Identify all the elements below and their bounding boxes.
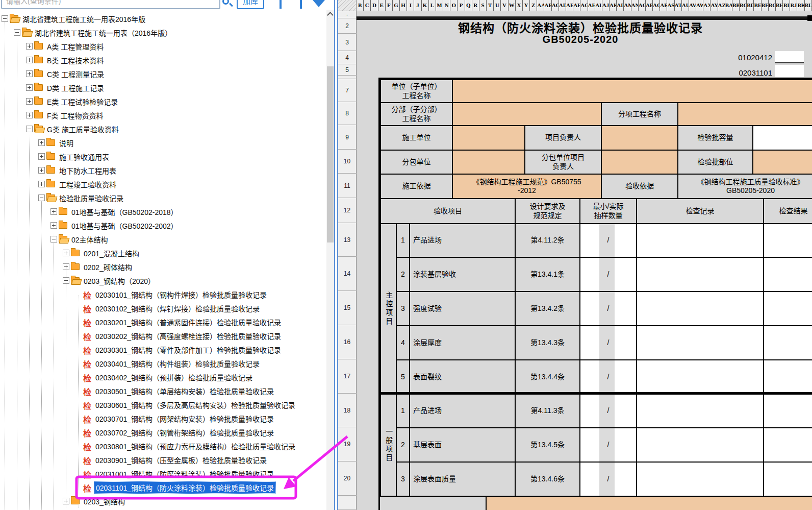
tree-item[interactable]: 湖北省建筑工程施工统一用表2016年版 [0, 12, 326, 26]
label-batch-location[interactable]: 检验批部位 [677, 150, 752, 174]
collapse-icon[interactable] [26, 126, 33, 132]
column-header[interactable]: BK [797, 0, 804, 11]
column-header[interactable]: AT [675, 0, 682, 11]
row-header[interactable]: 10 [338, 150, 357, 174]
item-record-cell[interactable] [636, 257, 763, 291]
expand-icon[interactable] [63, 263, 69, 270]
item-result-cell[interactable] [763, 427, 812, 462]
item-record-cell[interactable] [636, 394, 763, 427]
item-spec-cell[interactable]: 第13.4.6条 [515, 462, 579, 496]
tree-item[interactable]: E类 工程试验检验记录 [0, 94, 326, 108]
cell-project-manager-value[interactable] [601, 125, 677, 150]
column-header[interactable]: BL [805, 0, 812, 11]
next-section-value-cell[interactable] [486, 496, 812, 510]
tree-item[interactable]: 检02030501_钢结构（单层结构安装）检验批质量验收记录 [0, 384, 326, 398]
column-header[interactable]: K [422, 0, 429, 11]
item-sampling-cell[interactable]: / [579, 394, 636, 427]
column-header[interactable]: J [414, 0, 421, 11]
column-header[interactable]: Z [530, 0, 537, 11]
item-name-cell[interactable]: 涂装基层验收 [409, 257, 515, 291]
column-header[interactable]: Y [523, 0, 530, 11]
expand-icon[interactable] [26, 84, 33, 91]
item-name-cell[interactable]: 基层表面 [409, 427, 515, 462]
expand-icon[interactable] [38, 153, 45, 160]
item-name-cell[interactable]: 表面裂纹 [409, 359, 515, 394]
header-sampling-qty[interactable]: 最小/实际 抽样数量 [579, 198, 636, 223]
column-header[interactable]: BA [725, 0, 732, 11]
item-seq-cell[interactable]: 4 [396, 325, 409, 359]
column-header[interactable]: AI [595, 0, 602, 11]
expand-icon[interactable] [50, 222, 57, 229]
row-header[interactable]: 16 [338, 325, 357, 359]
row-header[interactable] [338, 496, 357, 510]
label-subitem-project[interactable]: 分项工程名称 [601, 102, 677, 125]
column-header[interactable]: AG [580, 0, 588, 11]
item-spec-cell[interactable]: 第4.11.3条 [515, 394, 579, 427]
column-header[interactable]: BH [776, 0, 783, 11]
collapse-icon[interactable] [50, 236, 57, 242]
tree-item[interactable]: 检02030402_钢结构（预拼装）检验批质量验收记录 [0, 370, 326, 384]
tree-item[interactable]: G类 施工质量验收资料 [0, 122, 326, 136]
cell-construction-unit-value[interactable] [452, 125, 524, 150]
tree-item[interactable]: 地下防水工程用表 [0, 163, 326, 177]
item-name-cell[interactable]: 产品进场 [409, 223, 515, 257]
expand-icon[interactable] [38, 139, 45, 146]
header-check-result[interactable]: 检查结果 [763, 198, 812, 223]
tree-item[interactable]: 检02030201_钢结构（普通紧固件连接）检验批质量验收记录 [0, 315, 326, 329]
header-acceptance-item[interactable]: 验收项目 [380, 198, 515, 223]
move-up-icon[interactable] [300, 0, 302, 9]
cell-unit-project-value[interactable] [452, 79, 812, 102]
item-sampling-cell[interactable]: / [579, 223, 636, 257]
collapse-icon[interactable] [14, 29, 20, 36]
column-header[interactable]: I [407, 0, 414, 11]
label-construction-basis[interactable]: 施工依据 [380, 174, 452, 198]
column-header[interactable]: AA [537, 0, 544, 11]
column-header[interactable]: BB [732, 0, 740, 11]
column-header[interactable]: BI [783, 0, 790, 11]
item-name-cell[interactable]: 产品进场 [409, 394, 515, 427]
column-header[interactable]: Q [465, 0, 472, 11]
tree-item[interactable]: 说明 [0, 136, 326, 150]
row-header[interactable]: 5 [338, 64, 357, 76]
column-header[interactable]: T [487, 0, 494, 11]
expand-icon[interactable] [26, 43, 33, 50]
label-unit-project[interactable]: 单位（子单位） 工程名称 [380, 79, 452, 102]
header-check-record[interactable]: 检查记录 [636, 198, 763, 223]
column-header[interactable]: C [364, 0, 371, 11]
item-result-cell[interactable] [763, 257, 812, 291]
tree-item[interactable]: 检02031001_钢结构（防腐涂料涂装）检验批质量验收记录 [0, 467, 326, 480]
panel-splitter[interactable] [334, 0, 338, 510]
tree-item[interactable]: 检02030301_钢结构（零件及部件加工）检验批质量验收记录 [0, 343, 326, 356]
tree-item[interactable]: 01地基与基础（GB50202-2002） [0, 218, 326, 232]
label-division-project[interactable]: 分部（子分部） 工程名称 [380, 102, 452, 125]
column-header[interactable]: AX [703, 0, 711, 11]
item-record-cell[interactable] [636, 291, 763, 325]
column-header[interactable]: AK [610, 0, 617, 11]
tree-item[interactable]: C类 工程测量记录 [0, 67, 326, 81]
tree-item[interactable]: 检02030102_钢结构（焊钉焊接）检验批质量验收记录 [0, 301, 326, 315]
label-subcontractor-manager[interactable]: 分包单位项目 负责人 [524, 150, 601, 174]
item-seq-cell[interactable]: 1 [396, 223, 409, 257]
item-seq-cell[interactable]: 3 [396, 462, 409, 496]
item-result-cell[interactable] [763, 325, 812, 359]
column-header[interactable]: BC [740, 0, 747, 11]
column-header[interactable]: D [371, 0, 378, 11]
collapse-icon[interactable] [63, 277, 69, 284]
tree-item[interactable]: 0202_砌体结构 [0, 260, 326, 274]
column-header[interactable]: X [516, 0, 523, 11]
column-header[interactable]: AJ [602, 0, 610, 11]
item-record-cell[interactable] [636, 359, 763, 394]
row-header[interactable]: 20 [338, 462, 357, 496]
row-header[interactable]: 15 [338, 291, 357, 325]
row-header[interactable]: 4 [338, 51, 357, 64]
row-header[interactable]: 19 [338, 427, 357, 462]
column-header[interactable]: F [386, 0, 393, 11]
collapse-icon[interactable] [2, 15, 8, 22]
expand-icon[interactable] [38, 167, 45, 174]
row-header[interactable]: 3 [338, 34, 357, 51]
item-sampling-cell[interactable]: / [579, 427, 636, 462]
row-header[interactable]: · [338, 11, 357, 18]
column-header[interactable]: AF [573, 0, 580, 11]
cell-acceptance-basis-value[interactable]: 《钢结构工程施工质量验收标准》 GB50205-2020 [677, 174, 812, 198]
cell-batch-location-value[interactable] [752, 150, 812, 174]
